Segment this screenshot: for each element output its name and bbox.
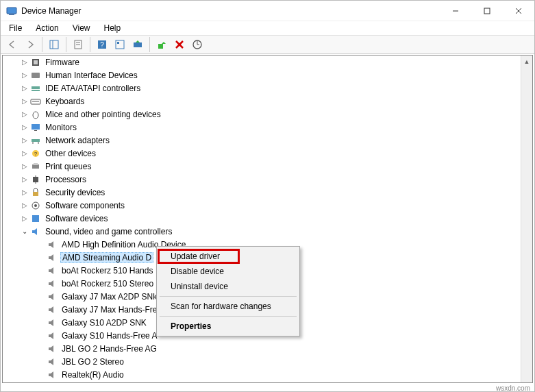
keyboard-icon — [30, 96, 41, 107]
audio-device-icon — [47, 330, 58, 341]
close-button[interactable] — [503, 1, 534, 21]
device-label: AMD Streaming Audio D — [60, 252, 153, 263]
uninstall-button[interactable] — [171, 36, 188, 53]
printer-icon — [30, 161, 41, 172]
title-bar: Device Manager — [1, 1, 534, 21]
forward-button[interactable] — [22, 36, 38, 53]
context-menu-uninstall-device[interactable]: Uninstall device — [158, 279, 298, 294]
svg-rect-16 — [158, 44, 163, 49]
device-item[interactable]: Realtek(R) Audio — [3, 368, 521, 381]
device-category-print-queues[interactable]: ▷ Print queues — [3, 160, 521, 173]
context-menu-scan-hardware[interactable]: Scan for hardware changes — [158, 299, 298, 314]
menu-view[interactable]: View — [67, 22, 96, 34]
category-label: IDE ATA/ATAPI controllers — [44, 84, 142, 93]
device-category-sound[interactable]: ⌄ Sound, video and game controllers — [3, 225, 521, 238]
svg-rect-0 — [7, 8, 16, 14]
category-label: Network adapters — [44, 136, 111, 145]
menu-file[interactable]: File — [3, 22, 27, 34]
category-label: Software devices — [44, 214, 109, 223]
show-hide-tree-button[interactable] — [46, 36, 62, 53]
svg-rect-1 — [9, 14, 14, 15]
expand-icon[interactable]: ▷ — [19, 187, 30, 198]
scroll-up-button[interactable]: ▲ — [521, 56, 532, 67]
device-label: Galaxy S10 Hands-Free A — [60, 331, 158, 341]
help-button[interactable]: ? — [94, 36, 110, 53]
toolbar-button[interactable] — [112, 36, 128, 53]
device-category-ide[interactable]: ▷ IDE ATA/ATAPI controllers — [3, 82, 521, 95]
ide-icon — [30, 83, 41, 94]
device-label: boAt Rockerz 510 Stereo — [60, 279, 155, 289]
toolbar: ? — [1, 35, 534, 54]
expand-icon[interactable]: ▷ — [19, 96, 30, 107]
device-item[interactable]: JBL GO 2 Hands-Free AG — [3, 342, 521, 355]
expand-icon[interactable]: ▷ — [19, 135, 30, 146]
svg-point-25 — [33, 112, 38, 119]
device-category-keyboards[interactable]: ▷ Keyboards — [3, 95, 521, 108]
hid-icon — [30, 70, 41, 81]
category-label: Processors — [44, 175, 88, 184]
back-button[interactable] — [4, 36, 21, 53]
device-category-software-devices[interactable]: ▷ Software devices — [3, 212, 521, 225]
maximize-button[interactable] — [471, 1, 503, 21]
svg-text:?: ? — [34, 151, 38, 157]
category-label: Human Interface Devices — [44, 71, 139, 80]
context-menu-separator — [160, 296, 297, 297]
context-menu-update-driver[interactable]: Update driver — [158, 249, 298, 264]
device-category-software-components[interactable]: ▷ Software components — [3, 199, 521, 212]
device-category-storage[interactable]: ▷ Storage controllers — [3, 381, 521, 382]
minimize-button[interactable] — [440, 1, 471, 21]
expand-icon[interactable]: ▷ — [19, 83, 30, 94]
audio-device-icon — [47, 304, 58, 315]
expand-icon[interactable]: ▷ — [19, 122, 30, 133]
expand-icon[interactable]: ▷ — [19, 57, 30, 68]
update-driver-button[interactable] — [129, 36, 146, 53]
svg-rect-19 — [34, 60, 38, 64]
properties-button[interactable] — [70, 36, 86, 53]
expand-icon[interactable]: ▷ — [19, 382, 30, 383]
audio-device-icon — [47, 265, 58, 276]
svg-text:?: ? — [100, 41, 104, 49]
device-label: JBL GO 2 Stereo — [60, 357, 125, 367]
audio-device-icon — [47, 291, 58, 302]
device-label: Galaxy J7 Max Hands-Fre — [60, 305, 158, 315]
context-menu-disable-device[interactable]: Disable device — [158, 264, 298, 279]
audio-device-icon — [47, 317, 58, 328]
device-category-hid[interactable]: ▷ Human Interface Devices — [3, 69, 521, 82]
device-category-network[interactable]: ▷ Network adapters — [3, 134, 521, 147]
context-menu-properties[interactable]: Properties — [158, 319, 298, 334]
device-item[interactable]: JBL GO 2 Stereo — [3, 355, 521, 368]
device-label: Galaxy S10 A2DP SNK — [60, 318, 148, 328]
expand-icon[interactable]: ▷ — [19, 161, 30, 172]
svg-rect-41 — [32, 215, 39, 222]
device-category-other[interactable]: ▷ ? Other devices — [3, 147, 521, 160]
device-category-firmware[interactable]: ▷ Firmware — [3, 56, 521, 69]
device-category-mice[interactable]: ▷ Mice and other pointing devices — [3, 108, 521, 121]
svg-rect-15 — [134, 42, 142, 47]
expand-icon[interactable]: ▷ — [19, 174, 30, 185]
window-controls — [440, 1, 534, 21]
svg-rect-13 — [116, 40, 124, 49]
scan-hardware-button[interactable] — [189, 36, 206, 53]
expand-icon[interactable]: ▷ — [19, 109, 30, 120]
software-devices-icon — [30, 213, 41, 224]
svg-rect-14 — [117, 42, 119, 44]
collapse-icon[interactable]: ⌄ — [19, 226, 30, 237]
enable-button[interactable] — [153, 36, 170, 53]
category-label: Mice and other pointing devices — [44, 110, 162, 119]
device-category-monitors[interactable]: ▷ Monitors — [3, 121, 521, 134]
vertical-scrollbar[interactable]: ▲ — [521, 56, 532, 382]
expand-icon[interactable]: ▷ — [19, 213, 30, 224]
svg-rect-21 — [32, 86, 40, 89]
menu-action[interactable]: Action — [30, 22, 64, 34]
context-menu: Update driver Disable device Uninstall d… — [156, 246, 300, 336]
svg-point-40 — [34, 204, 37, 207]
device-category-security[interactable]: ▷ Security devices — [3, 186, 521, 199]
device-category-processors[interactable]: ▷ Processors — [3, 173, 521, 186]
expand-icon[interactable]: ▷ — [19, 200, 30, 211]
expand-icon[interactable]: ▷ — [19, 148, 30, 159]
expand-icon[interactable]: ▷ — [19, 70, 30, 81]
svg-rect-38 — [33, 192, 38, 196]
toolbar-separator — [90, 37, 90, 52]
category-label: Other devices — [44, 149, 97, 158]
menu-help[interactable]: Help — [99, 22, 127, 34]
